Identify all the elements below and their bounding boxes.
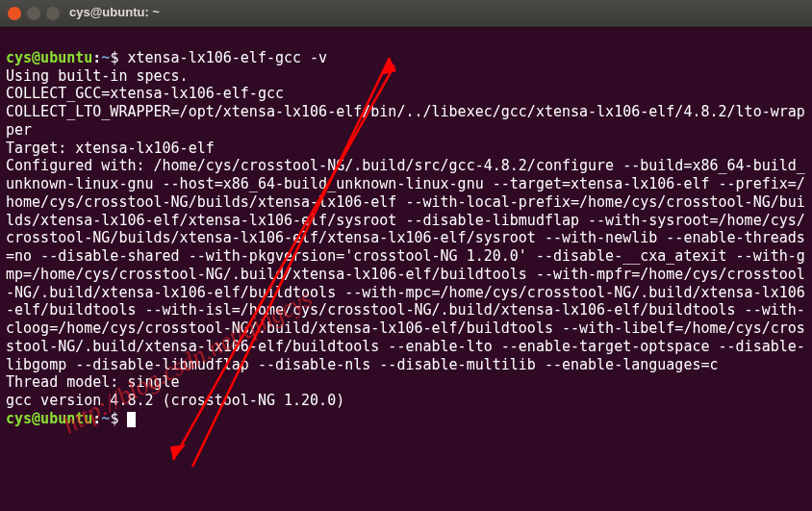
output-line: Configured with: /home/cys/crosstool-NG/… (6, 157, 805, 372)
maximize-icon[interactable] (46, 7, 60, 20)
output-line: COLLECT_GCC=xtensa-lx106-elf-gcc (6, 85, 284, 102)
cursor (127, 412, 136, 427)
minimize-icon[interactable] (27, 7, 40, 20)
close-icon[interactable] (8, 7, 21, 20)
output-line: COLLECT_LTO_WRAPPER=/opt/xtensa-lx106-el… (6, 103, 805, 139)
prompt-user-host: cys@ubuntu (6, 49, 92, 66)
output-line: Target: xtensa-lx106-elf (6, 140, 215, 157)
prompt-symbol: $ (110, 49, 118, 66)
prompt-colon: : (92, 49, 101, 66)
window-controls (8, 7, 60, 20)
terminal[interactable]: cys@ubuntu:~$ xtensa-lx106-elf-gcc -v Us… (0, 27, 812, 432)
svg-marker-3 (170, 445, 186, 460)
titlebar: cys@ubuntu: ~ (0, 0, 812, 27)
command-text: xtensa-lx106-elf-gcc -v (127, 49, 327, 66)
output-line: gcc version 4.8.2 (crosstool-NG 1.20.0) (6, 392, 344, 409)
prompt-line: cys@ubuntu:~$ xtensa-lx106-elf-gcc -v (6, 49, 327, 66)
output-line: Using built-in specs. (6, 67, 189, 85)
window-title: cys@ubuntu: ~ (69, 5, 160, 20)
